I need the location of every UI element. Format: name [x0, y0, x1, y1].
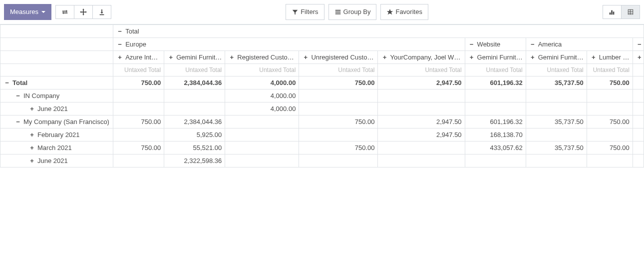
col-america[interactable]: −America [526, 38, 633, 51]
flip-axis-button[interactable] [55, 5, 74, 19]
cell[interactable]: 750.00 [587, 142, 633, 154]
cell[interactable]: 750.00 [113, 142, 164, 154]
col-website[interactable]: −Website [465, 38, 526, 51]
row-jun21[interactable]: +June 2021 [0, 154, 113, 168]
plus-icon: + [468, 54, 475, 61]
measure-label: Untaxed Total [164, 64, 225, 76]
cell[interactable]: 35,737.50 [526, 142, 587, 154]
row-my-company[interactable]: −My Company (San Francisco) [0, 116, 113, 128]
minus-icon: − [529, 41, 536, 48]
cell[interactable]: 750.00 [587, 116, 633, 128]
graph-view-button[interactable] [603, 5, 622, 19]
favorites-button[interactable]: Favorites [380, 4, 428, 20]
cell[interactable]: 2,322,598.36 [164, 154, 225, 168]
minus-icon: − [116, 28, 123, 35]
download-button[interactable] [92, 5, 111, 19]
cell[interactable]: 2,947.50 [378, 76, 465, 90]
measure-label: Untaxed Total [587, 64, 633, 76]
col-unregistered-label: Unregistered Customer [311, 54, 378, 61]
col-total[interactable]: −Total [113, 25, 644, 38]
cell[interactable]: 750.00 [113, 116, 164, 128]
plus-icon: + [590, 54, 597, 61]
plus-icon: + [167, 54, 174, 61]
plus-icon: + [28, 158, 35, 164]
col-collapse[interactable]: − [633, 38, 644, 51]
cell[interactable]: 750.00 [299, 76, 378, 90]
cell[interactable]: 750.00 [299, 142, 378, 154]
col-yourcompany[interactable]: +YourCompany, Joel Willis [378, 51, 465, 64]
measure-label: Untaxed Total [299, 64, 378, 76]
cell[interactable]: 4,000.00 [225, 76, 299, 90]
col-europe[interactable]: −Europe [113, 38, 465, 51]
group-by-button[interactable]: Group By [328, 4, 377, 20]
cell[interactable]: 2,947.50 [378, 116, 465, 128]
col-azure-label: Azure Interior [125, 54, 164, 61]
col-website-label: Website [477, 40, 501, 48]
star-icon [386, 8, 393, 16]
cell[interactable]: 5,925.00 [164, 128, 225, 142]
group-by-label: Group By [343, 8, 371, 16]
cell[interactable]: 750.00 [587, 76, 633, 90]
plus-icon: + [636, 54, 643, 61]
measure-label: Untaxed Total [225, 64, 299, 76]
cell[interactable]: 750.00 [299, 116, 378, 128]
cell[interactable]: 601,196.32 [465, 76, 526, 90]
filters-button[interactable]: Filters [286, 4, 324, 20]
row-total[interactable]: −Total [0, 76, 113, 90]
row-in-jun21-label: June 2021 [37, 105, 68, 112]
cell[interactable]: 2,947.50 [378, 128, 465, 142]
row-jun21-label: June 2021 [37, 157, 68, 164]
expand-all-button[interactable] [74, 5, 93, 19]
minus-icon: − [14, 92, 21, 100]
cell[interactable]: 601,196.32 [465, 116, 526, 128]
arrows-icon [80, 8, 87, 16]
col-azure[interactable]: +Azure Interior [113, 51, 164, 64]
cell[interactable]: 4,000.00 [225, 102, 299, 116]
col-lumber[interactable]: +Lumber Inc [587, 51, 633, 64]
row-feb21-label: February 2021 [37, 131, 80, 138]
col-expand[interactable]: + [633, 51, 644, 64]
cell[interactable]: 55,521.00 [164, 142, 225, 154]
measures-label: Measures [10, 8, 38, 16]
col-unregistered[interactable]: +Unregistered Customer [299, 51, 378, 64]
minus-icon: − [116, 41, 123, 48]
row-in-jun21[interactable]: +June 2021 [0, 102, 113, 116]
bar-chart-icon [609, 8, 616, 16]
col-gemini-am-label: Gemini Furniture [538, 54, 587, 61]
measure-label: Untaxed Total [378, 64, 465, 76]
plus-icon: + [302, 54, 309, 61]
col-gemini-web[interactable]: +Gemini Furniture [465, 51, 526, 64]
cell[interactable]: 4,000.00 [225, 90, 299, 102]
download-icon [98, 8, 105, 16]
row-total-label: Total [12, 79, 27, 86]
pivot-view-button[interactable] [621, 5, 640, 19]
col-yourcompany-label: YourCompany, Joel Willis [390, 54, 463, 61]
plus-icon: + [381, 54, 388, 61]
row-mar21[interactable]: +March 2021 [0, 142, 113, 154]
col-america-label: America [538, 40, 562, 48]
col-registered[interactable]: +Registered Customer [225, 51, 299, 64]
measures-button[interactable]: Measures [4, 4, 51, 20]
cell[interactable]: 2,384,044.36 [164, 76, 225, 90]
cell[interactable]: 168,138.70 [465, 128, 526, 142]
pivot-table: −Total −Europe −Website −America − +Azur… [0, 24, 644, 168]
plus-icon: + [529, 54, 536, 61]
row-in-company[interactable]: −IN Company [0, 90, 113, 102]
col-europe-label: Europe [125, 40, 146, 48]
cell[interactable]: 2,384,044.36 [164, 116, 225, 128]
plus-icon: + [116, 54, 123, 61]
measure-label: Untaxed Total [113, 64, 164, 76]
row-feb21[interactable]: +February 2021 [0, 128, 113, 142]
col-gemini-eu[interactable]: +Gemini Furniture [164, 51, 225, 64]
row-mar21-label: March 2021 [37, 144, 72, 152]
cell[interactable]: 433,057.62 [465, 142, 526, 154]
col-gemini-am[interactable]: +Gemini Furniture [526, 51, 587, 64]
cell[interactable]: 750.00 [113, 76, 164, 90]
row-my-company-label: My Company (San Francisco) [23, 118, 109, 126]
minus-icon: − [14, 118, 21, 126]
favorites-label: Favorites [395, 8, 422, 16]
cell[interactable]: 35,737.50 [526, 116, 587, 128]
table-icon [627, 8, 634, 16]
cell[interactable]: 35,737.50 [526, 76, 587, 90]
minus-icon: − [468, 41, 475, 48]
